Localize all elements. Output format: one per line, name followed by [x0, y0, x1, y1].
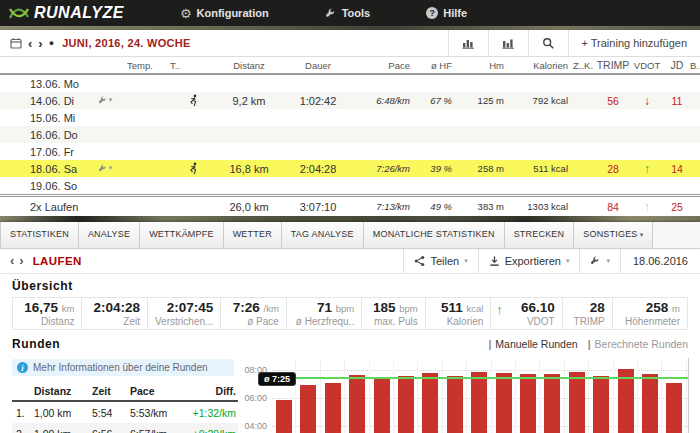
nav-item-label: Hilfe [443, 7, 467, 19]
runner-icon [188, 94, 199, 107]
day-label[interactable]: 17.06. Fr [0, 146, 92, 158]
tab-tag-analyse[interactable]: TAG ANALYSE [282, 222, 364, 248]
lap-pace-bar[interactable] [398, 376, 414, 433]
current-week-button[interactable]: ● [49, 39, 54, 48]
chevron-down-icon: ▾ [566, 257, 570, 265]
lap-link-berechnete-runden[interactable]: Berechnete Runden [595, 338, 688, 350]
tab-label: STATISTIKEN [10, 229, 69, 239]
lap-col-header: Distanz [34, 385, 92, 397]
lap-pace-bar[interactable] [276, 400, 292, 433]
row-tools-button[interactable]: ▾ [92, 163, 118, 175]
stat-label: max. Puls [367, 316, 418, 327]
tab-sonstiges[interactable]: SONSTIGES ▾ [574, 222, 653, 248]
lap-pace-bar[interactable] [569, 372, 585, 433]
stat-label: ø Pace [226, 316, 279, 327]
chart-view-button-1[interactable] [448, 30, 488, 56]
lap-link-manuelle-runden[interactable]: Manuelle Runden [495, 338, 577, 350]
lap-pace-bar[interactable] [374, 377, 390, 433]
tab-label: ANALYSE [88, 229, 130, 239]
column-header-zk: Z..K. [570, 60, 596, 71]
lap-pace-bar[interactable] [447, 376, 463, 433]
add-training-button[interactable]: + Training hinzufügen [568, 30, 700, 56]
bar-chart-icon [462, 37, 475, 49]
summary-label[interactable]: 2x Laufen [0, 201, 92, 213]
tab-strecken[interactable]: STRECKEN [505, 222, 575, 248]
tab-statistiken[interactable]: STATISTIKEN [0, 222, 79, 248]
tab-label: STRECKEN [514, 229, 565, 239]
stat-verstrichen-: 2:07:45Verstrichen... [147, 297, 221, 330]
wrench-icon [590, 255, 601, 266]
tab-wettk-mpfe[interactable]: WETTKÄMPFE [140, 222, 224, 248]
vdot-up-arrow-icon: ↑ [644, 200, 650, 214]
week-table-header: Temp.T..DistanzDauerPaceø HFHmKalorienZ.… [0, 57, 700, 75]
cell-jd: 25 [664, 201, 690, 213]
lap-cell: 5:54 [92, 407, 130, 419]
lap-pace-bar[interactable] [471, 372, 487, 433]
chart-plot-area [272, 358, 689, 433]
runner-icon[interactable] [188, 162, 214, 175]
tab-analyse[interactable]: ANALYSE [79, 222, 140, 248]
lap-pace-bar[interactable] [544, 374, 560, 433]
tools-icon [325, 7, 337, 19]
cell-hf: 39 % [414, 163, 458, 174]
lap-pace-bar[interactable] [520, 374, 536, 433]
day-label[interactable]: 19.06. So [0, 180, 92, 192]
y-axis-tick-label: 04:00 [236, 421, 267, 431]
chart-view-button-2[interactable] [488, 30, 528, 56]
lap-pace-bar[interactable] [422, 373, 438, 433]
cell-distanz: 9,2 km [214, 95, 284, 107]
runner-icon[interactable] [188, 94, 214, 107]
navbar-menu: ⚙KonfigurationTools?Hilfe [124, 7, 467, 20]
prev-week-button[interactable]: ‹ [28, 37, 32, 50]
lap-pace-bar[interactable] [642, 374, 658, 433]
week-day-row: 16.06. Do [0, 126, 700, 143]
day-label[interactable]: 14.06. Di [0, 95, 92, 107]
laps-info-text: Mehr Informationen über deine Runden [33, 362, 208, 373]
lap-pace-bar[interactable] [666, 383, 682, 433]
chevron-down-icon: ▾ [638, 231, 644, 238]
tab-label: SONSTIGES [583, 229, 637, 239]
next-week-button[interactable]: › [38, 37, 42, 50]
share-button[interactable]: Teilen ▾ [403, 248, 477, 273]
lap-pace-bar[interactable] [496, 373, 512, 433]
runalyze-logo[interactable]: RUNALYZE [8, 4, 124, 22]
tab-monatliche-statistiken[interactable]: MONATLICHE STATISTIKEN [364, 222, 505, 248]
cell-jd: 14 [664, 163, 690, 175]
stat-label: VDOT [496, 316, 554, 327]
tab-label: MONATLICHE STATISTIKEN [373, 229, 495, 239]
tab-wetter[interactable]: WETTER [224, 222, 282, 248]
edit-activity-button[interactable]: ▾ [579, 248, 620, 273]
row-tools-button[interactable]: ▾ [92, 95, 118, 107]
export-button[interactable]: Exportieren ▾ [478, 248, 580, 273]
day-label[interactable]: 18.06. Sa [0, 163, 92, 175]
column-header-hf: ø HF [414, 60, 458, 71]
vdot-down-arrow-icon: ↓ [644, 94, 650, 108]
lap-pace-bar[interactable] [325, 383, 341, 433]
vdot-trend-cell: ↓ [630, 94, 664, 108]
overview-heading: Übersicht [12, 279, 688, 293]
runner-icon [188, 162, 199, 175]
laps-info-link[interactable]: i Mehr Informationen über deine Runden [12, 359, 234, 376]
prev-activity-button[interactable]: ‹ [10, 254, 14, 267]
top-navbar: RUNALYZE ⚙KonfigurationTools?Hilfe [0, 0, 700, 26]
cell-trimp: 28 [596, 163, 630, 175]
day-label[interactable]: 13.06. Mo [0, 78, 92, 90]
tab-label: WETTKÄMPFE [149, 229, 214, 239]
nav-item-tools[interactable]: Tools [325, 7, 371, 20]
day-label[interactable]: 15.06. Mi [0, 112, 92, 124]
laps-heading: Runden [12, 337, 60, 351]
lap-pace-bar[interactable] [300, 385, 316, 433]
column-header-vdot: VDOT [630, 60, 664, 71]
vdot-trend-cell: ↑ [630, 200, 664, 214]
next-activity-button[interactable]: › [19, 254, 23, 267]
nav-item-hilfe[interactable]: ?Hilfe [426, 7, 467, 20]
share-icon [414, 255, 425, 267]
lap-pace-bar[interactable] [349, 375, 365, 433]
column-header-dauer: Dauer [284, 60, 352, 71]
day-label[interactable]: 16.06. Do [0, 129, 92, 141]
nav-item-konfiguration[interactable]: ⚙Konfiguration [180, 7, 269, 20]
stat-unit: m [672, 303, 680, 314]
lap-pace-bar[interactable] [593, 376, 609, 433]
search-button[interactable] [528, 30, 568, 56]
calendar-icon[interactable] [10, 37, 22, 49]
